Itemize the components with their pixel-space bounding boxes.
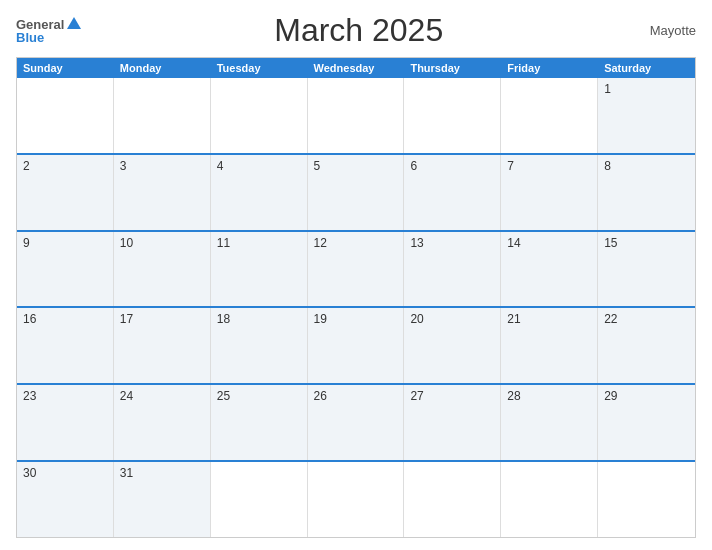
day-number: 6 xyxy=(410,159,494,173)
calendar-week-6: 3031 xyxy=(17,460,695,537)
header-monday: Monday xyxy=(114,58,211,78)
calendar-cell: 3 xyxy=(114,155,211,230)
calendar-cell: 8 xyxy=(598,155,695,230)
day-number: 9 xyxy=(23,236,107,250)
calendar-cell xyxy=(17,78,114,153)
calendar-cell: 29 xyxy=(598,385,695,460)
calendar-week-2: 2345678 xyxy=(17,153,695,230)
calendar-cell: 6 xyxy=(404,155,501,230)
day-number: 7 xyxy=(507,159,591,173)
header-tuesday: Tuesday xyxy=(211,58,308,78)
day-number: 8 xyxy=(604,159,689,173)
calendar-cell: 21 xyxy=(501,308,598,383)
day-number: 23 xyxy=(23,389,107,403)
day-number: 17 xyxy=(120,312,204,326)
header-wednesday: Wednesday xyxy=(308,58,405,78)
header-sunday: Sunday xyxy=(17,58,114,78)
calendar-cell: 1 xyxy=(598,78,695,153)
day-number: 3 xyxy=(120,159,204,173)
calendar-cell: 15 xyxy=(598,232,695,307)
calendar-cell: 7 xyxy=(501,155,598,230)
calendar-cell xyxy=(308,462,405,537)
day-number: 19 xyxy=(314,312,398,326)
calendar-cell xyxy=(211,78,308,153)
calendar-cell: 9 xyxy=(17,232,114,307)
day-number: 11 xyxy=(217,236,301,250)
calendar-week-3: 9101112131415 xyxy=(17,230,695,307)
calendar-cell xyxy=(501,78,598,153)
calendar-cell: 5 xyxy=(308,155,405,230)
page-header: General Blue March 2025 Mayotte xyxy=(16,12,696,49)
day-number: 12 xyxy=(314,236,398,250)
day-number: 30 xyxy=(23,466,107,480)
calendar-cell: 30 xyxy=(17,462,114,537)
calendar-cell: 17 xyxy=(114,308,211,383)
calendar-cell: 27 xyxy=(404,385,501,460)
calendar-cell xyxy=(211,462,308,537)
day-number: 21 xyxy=(507,312,591,326)
calendar-body: 1234567891011121314151617181920212223242… xyxy=(17,78,695,537)
logo-row1: General xyxy=(16,17,81,31)
day-number: 10 xyxy=(120,236,204,250)
calendar-cell: 16 xyxy=(17,308,114,383)
calendar-cell xyxy=(598,462,695,537)
day-number: 29 xyxy=(604,389,689,403)
calendar-cell: 31 xyxy=(114,462,211,537)
day-number: 2 xyxy=(23,159,107,173)
calendar-cell: 2 xyxy=(17,155,114,230)
logo: General Blue xyxy=(16,17,81,44)
calendar-cell xyxy=(501,462,598,537)
logo-blue: Blue xyxy=(16,31,44,44)
day-number: 15 xyxy=(604,236,689,250)
logo-triangle-icon xyxy=(67,17,81,29)
page-title: March 2025 xyxy=(81,12,636,49)
day-number: 16 xyxy=(23,312,107,326)
calendar-cell: 13 xyxy=(404,232,501,307)
day-number: 13 xyxy=(410,236,494,250)
calendar-week-1: 1 xyxy=(17,78,695,153)
calendar-header: Sunday Monday Tuesday Wednesday Thursday… xyxy=(17,58,695,78)
day-number: 25 xyxy=(217,389,301,403)
logo-block: General Blue xyxy=(16,17,81,44)
calendar-cell: 19 xyxy=(308,308,405,383)
calendar-cell xyxy=(114,78,211,153)
calendar-page: General Blue March 2025 Mayotte Sunday M… xyxy=(0,0,712,550)
calendar-cell: 28 xyxy=(501,385,598,460)
calendar-cell: 26 xyxy=(308,385,405,460)
day-number: 26 xyxy=(314,389,398,403)
calendar-cell: 18 xyxy=(211,308,308,383)
calendar-cell: 23 xyxy=(17,385,114,460)
day-number: 27 xyxy=(410,389,494,403)
calendar-cell: 11 xyxy=(211,232,308,307)
calendar-cell: 24 xyxy=(114,385,211,460)
day-number: 28 xyxy=(507,389,591,403)
calendar-cell: 25 xyxy=(211,385,308,460)
day-number: 5 xyxy=(314,159,398,173)
day-number: 4 xyxy=(217,159,301,173)
day-number: 18 xyxy=(217,312,301,326)
day-number: 31 xyxy=(120,466,204,480)
calendar-cell xyxy=(308,78,405,153)
calendar-cell xyxy=(404,462,501,537)
calendar: Sunday Monday Tuesday Wednesday Thursday… xyxy=(16,57,696,538)
header-saturday: Saturday xyxy=(598,58,695,78)
calendar-cell: 22 xyxy=(598,308,695,383)
calendar-cell: 20 xyxy=(404,308,501,383)
region-label: Mayotte xyxy=(636,23,696,38)
header-friday: Friday xyxy=(501,58,598,78)
day-number: 22 xyxy=(604,312,689,326)
day-number: 20 xyxy=(410,312,494,326)
calendar-cell: 14 xyxy=(501,232,598,307)
calendar-cell xyxy=(404,78,501,153)
day-number: 14 xyxy=(507,236,591,250)
day-number: 24 xyxy=(120,389,204,403)
day-number: 1 xyxy=(604,82,689,96)
calendar-week-5: 23242526272829 xyxy=(17,383,695,460)
calendar-cell: 10 xyxy=(114,232,211,307)
calendar-week-4: 16171819202122 xyxy=(17,306,695,383)
calendar-cell: 4 xyxy=(211,155,308,230)
calendar-cell: 12 xyxy=(308,232,405,307)
header-thursday: Thursday xyxy=(404,58,501,78)
